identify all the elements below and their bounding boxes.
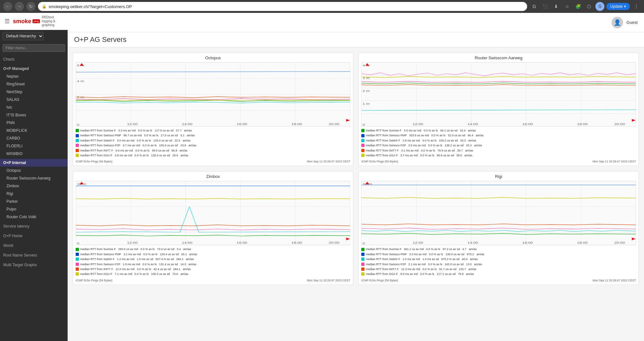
sidebar-item-mxwbio[interactable]: MXWBIO [0,150,68,158]
sidebar-item-multi-target-graphs[interactable]: Multi Target Graphs [0,261,68,269]
url-text: smokeping.oetiker.ch/?target=Customers.O… [49,4,523,9]
sidebar-item-itisboxes[interactable]: IT'IS Boxes [0,111,68,119]
reload-button[interactable]: ↻ [26,2,35,11]
chart-svg-zimbox: 10 m 0 12:00 14:00 16:00 18:00 20:00 [76,181,350,245]
svg-text:14:00: 14:00 [182,241,193,244]
sidebar-item-charts[interactable]: Charts [0,55,68,63]
chart-svg-octopus: 6 m 4 m 2 m 0 12:00 14:00 16:00 18:00 20… [76,62,350,127]
svg-text:2 m: 2 m [363,89,370,92]
sidebar-item-service-latency[interactable]: Service latency [0,222,68,230]
svg-text:0: 0 [77,123,79,126]
svg-text:12:00: 12:00 [127,241,137,244]
page-title: O+P AG Servers [74,35,638,44]
svg-text:18:00: 18:00 [577,241,588,244]
chart-footer-rigi: ICMP Echo Pings (56 Bytes) Mon Sep 11 20… [361,279,636,282]
svg-text:18:00: 18:00 [291,122,302,125]
svg-text:12:00: 12:00 [127,122,137,125]
sidebar-item-salag[interactable]: SALAG [0,96,68,103]
hamburger-button[interactable]: ☰ [3,16,11,26]
filter-container [0,42,68,54]
chart-svg-rigi: 10 m 0 12:00 14:00 16:00 18:00 20:00 [361,181,636,245]
translate-icon-btn[interactable]: ⬛ [541,2,550,11]
chart-inner-octopus: Octopus [73,53,353,166]
sidebar-section-root-name-servers: Root Name Servers [0,250,68,260]
chart-title-rigi: Rigi [361,174,636,179]
chart-card-router-swisscom[interactable]: Router Swisscom Aarweg [358,53,639,166]
sidebar-item-parker[interactable]: Parker [0,198,68,205]
update-button[interactable]: Update ▾ [606,3,630,10]
app-outer: ☰ smoke ping RRDtool logging & graphing … [0,13,644,341]
svg-rect-21 [362,63,636,126]
header-logo: smoke ping RRDtool logging & graphing [13,15,64,27]
puzzle-icon-btn[interactable]: 🧩 [573,2,582,11]
chart-legend-router-swisscom: median RTT from Sunrise F 3.0 ms av md 0… [361,127,636,159]
chart-title-octopus: Octopus [76,55,350,60]
sidebar-group-label-op-managed[interactable]: O+P Managed [0,65,68,73]
download-icon-btn[interactable]: ⬇ [552,2,561,11]
svg-text:14:00: 14:00 [468,122,478,125]
sidebar-section-multi-target-graphs: Multi Target Graphs [0,260,68,270]
sidebar-item-pulpo[interactable]: Pulpo [0,205,68,213]
sidebar-section-op-home: O+P Home [0,231,68,241]
svg-text:12:00: 12:00 [412,241,423,244]
sidebar-logo-area: ☰ smoke ping RRDtool logging & graphing [0,13,68,30]
profile-avatar: G [595,2,604,11]
sidebar-item-rigi[interactable]: Rigi [0,190,68,198]
svg-text:0: 0 [77,242,79,245]
logo-ping: ping [33,19,40,23]
logo-rrd: RRDtool logging & graphing [42,15,64,27]
svg-text:14:00: 14:00 [182,122,193,125]
svg-text:20:00: 20:00 [329,241,339,244]
sidebar-item-octopus[interactable]: Octopus [0,167,68,174]
lock-icon: 🔒 [42,4,47,9]
sidebar-item-neplan[interactable]: Neplan [0,73,68,80]
svg-text:16:00: 16:00 [522,122,533,125]
profile-icon-btn[interactable]: G [595,2,604,11]
sidebar-group-op-managed: O+P Managed Neplan RingStreet NextStep S… [0,64,68,158]
svg-text:16:00: 16:00 [237,241,247,244]
chart-legend-octopus: median RTT from Sunrise F 3.3 ms av md 0… [76,127,350,159]
browser-chrome: ← → ↻ 🔒 smokeping.oetiker.ch/?target=Cus… [0,0,644,13]
sidebar-item-root-name-servers[interactable]: Root Name Servers [0,251,68,259]
back-button[interactable]: ← [3,2,12,11]
sidebar-item-floerli[interactable]: FLOERLI [0,142,68,150]
menu-dots-button[interactable]: ⋮ [632,2,641,11]
main-wrapper: 👤 Guest O+P AG Servers Octopus [68,13,644,341]
google-icon-btn[interactable]: G [530,2,539,11]
sidebar-item-router-swisscom-aarweg[interactable]: Router Swisscom Aarweg [0,174,68,182]
chart-legend-rigi: median RTT from Sunrise F 461.1 us av md… [361,245,636,278]
page-header: O+P AG Servers [68,32,644,47]
filter-input[interactable] [3,44,65,52]
sidebar-item-mobiflick[interactable]: MOBIFLICK [0,127,68,134]
guest-avatar-icon: 👤 [611,17,623,28]
sidebar-item-router-colo-volki[interactable]: Router Colo Volki [0,213,68,221]
svg-text:20:00: 20:00 [614,241,625,244]
svg-rect-62 [362,181,636,245]
sidebar-item-zimbox[interactable]: Zimbox [0,182,68,190]
chart-card-zimbox[interactable]: Zimbox [73,171,353,285]
chart-footer-octopus: ICMP Echo Pings (56 Bytes) Mon Sep 11 20… [76,160,350,163]
chart-inner-rigi: Rigi [359,171,639,284]
address-bar[interactable]: 🔒 smokeping.oetiker.ch/?target=Customers… [38,2,527,11]
sidebar-item-ringstreet[interactable]: RingStreet [0,80,68,88]
sidebar-item-ivic[interactable]: Ivic [0,103,68,111]
sidebar-section-world: World [0,241,68,250]
hierarchy-select[interactable]: Default Hierarchy [3,32,43,40]
sidebar-item-world[interactable]: World [0,241,68,250]
sidebar-group-label-op-internal[interactable]: O+P Internal [0,159,68,167]
sidebar-item-op-home[interactable]: O+P Home [0,232,68,240]
logo-smoke: smoke [13,18,31,25]
sidebar-item-pnn[interactable]: PNN [0,119,68,127]
sidebar-section-charts: Charts [0,54,68,64]
sidebar-section-service-latency: Service latency [0,221,68,231]
chart-card-rigi[interactable]: Rigi [358,171,639,285]
extension-icon-btn[interactable]: ⬡ [584,2,593,11]
svg-text:20:00: 20:00 [329,122,339,125]
forward-button[interactable]: → [15,2,24,11]
chart-card-octopus[interactable]: Octopus [73,53,353,166]
bookmark-icon-btn[interactable]: ☆ [563,2,572,11]
sidebar-group-op-internal: O+P Internal Octopus Router Swisscom Aar… [0,158,68,221]
sidebar-item-nextstep[interactable]: NextStep [0,88,68,96]
svg-text:0: 0 [363,123,365,126]
sidebar-item-carbo[interactable]: CARBO [0,134,68,142]
